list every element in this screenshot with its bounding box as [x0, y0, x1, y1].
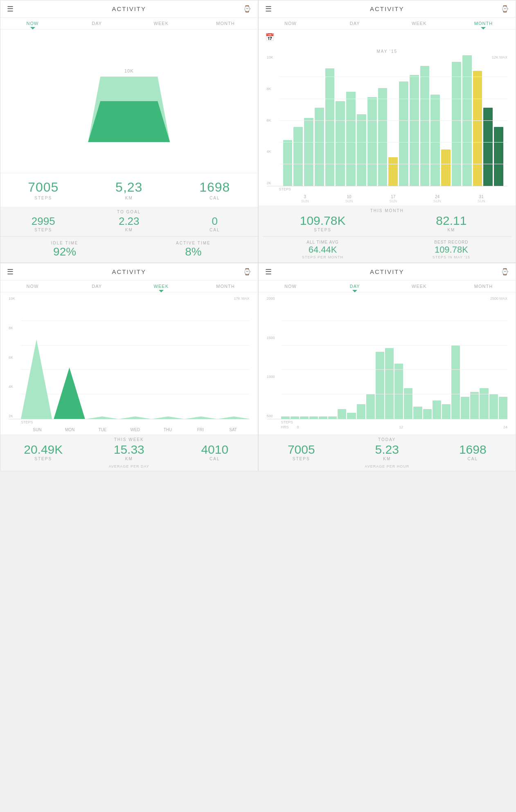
month-bar-4	[315, 108, 324, 186]
tab-day[interactable]: DAY	[65, 18, 129, 29]
menu-icon[interactable]: ☰	[7, 5, 14, 14]
now-stat-steps: 7005 STEPS	[0, 180, 86, 200]
week-steps-value: 20.49K	[0, 443, 86, 457]
idle-time-item: IDLE TIME 92%	[0, 241, 129, 258]
month-bars	[271, 55, 504, 186]
best-record-label: BEST RECORD	[387, 240, 516, 244]
week-tabs: NOW DAY WEEK MONTH	[0, 280, 258, 292]
month-x-17: 17 SUN	[371, 195, 415, 203]
now-steps-value: 7005	[0, 180, 86, 195]
day-tab-day[interactable]: DAY	[323, 280, 387, 292]
now-chart-area: 10K	[0, 29, 258, 173]
now-stat-cal: 1698 CAL	[172, 180, 258, 200]
day-bar-22	[489, 394, 498, 419]
week-sat-bar	[218, 416, 249, 419]
day-bar-12	[394, 364, 403, 419]
day-chart: 500 1000 1500 2000	[267, 296, 508, 419]
month-tab-week[interactable]: WEEK	[387, 18, 451, 29]
month-stats-header: THIS MONTH	[259, 206, 516, 214]
week-x-wed: WED	[119, 427, 151, 432]
week-stat-steps: 20.49K STEPS	[0, 443, 86, 461]
month-bar-13	[410, 75, 419, 186]
week-bar-mon	[54, 296, 85, 419]
idle-time-label: IDLE TIME	[0, 241, 129, 245]
week-tab-month[interactable]: MONTH	[193, 280, 257, 292]
now-tabs: NOW DAY WEEK MONTH	[0, 18, 258, 29]
week-y-8k: 8K	[9, 326, 15, 330]
day-tab-month[interactable]: MONTH	[451, 280, 516, 292]
day-y-1000: 1000	[267, 375, 275, 379]
tab-month[interactable]: MONTH	[193, 18, 257, 29]
day-bars	[267, 296, 508, 419]
month-bar-14	[420, 66, 430, 186]
week-sun-bar	[21, 339, 52, 419]
day-device-icon[interactable]: ⌚	[501, 268, 509, 276]
week-x-thu: THU	[151, 427, 184, 432]
week-bar-wed	[119, 296, 151, 419]
goal-steps-label: STEPS	[0, 228, 86, 232]
tab-week[interactable]: WEEK	[129, 18, 193, 29]
week-km-value: 15.33	[86, 443, 172, 457]
day-bar-5	[328, 416, 337, 419]
month-device-icon[interactable]: ⌚	[501, 5, 509, 13]
month-title: ACTIVITY	[370, 5, 404, 12]
now-cal-label: CAL	[172, 196, 258, 200]
month-tab-now[interactable]: NOW	[259, 18, 323, 29]
day-steps-label: STEPS	[267, 420, 508, 424]
day-tabs: NOW DAY WEEK MONTH	[259, 280, 516, 292]
day-menu-icon[interactable]: ☰	[265, 267, 272, 276]
day-tab-week[interactable]: WEEK	[387, 280, 451, 292]
month-bar-8	[357, 114, 366, 186]
month-tab-day[interactable]: DAY	[323, 18, 387, 29]
week-x-sat: SAT	[217, 427, 250, 432]
month-bar-11	[388, 157, 398, 186]
month-y-4k: 4K	[267, 149, 273, 154]
month-bar-17	[452, 62, 461, 186]
goal-stat-steps: 2995 STEPS	[0, 215, 86, 232]
day-bar-13	[404, 388, 412, 419]
now-title: ACTIVITY	[112, 5, 146, 12]
day-stats-row: 7005 STEPS 5.23 KM 1698 CAL	[259, 443, 516, 464]
trapezoid-label: 10K	[124, 68, 134, 73]
month-x-24: 24 SUN	[415, 195, 460, 203]
week-bar-thu	[152, 296, 183, 419]
day-bar-18	[451, 346, 460, 419]
month-best-item: BEST RECORD 109.78K STEPS IN MAY '15	[387, 240, 516, 259]
month-x-labels: 3 SUN 10 SUN 17 SUN 24 SUN	[267, 193, 508, 203]
now-km-value: 5,23	[86, 180, 172, 195]
day-bar-6	[338, 409, 346, 419]
month-steps-label: STEPS	[259, 228, 387, 232]
week-fri-bar	[185, 416, 216, 419]
best-record-value: 109.78K	[387, 244, 516, 255]
day-x-24: 24	[503, 425, 507, 429]
alltime-avg-value: 64.44K	[259, 244, 387, 255]
now-trapezoid: 10K	[88, 68, 170, 142]
week-bars	[9, 296, 250, 419]
month-menu-icon[interactable]: ☰	[265, 5, 272, 14]
week-steps-label: STEPS	[9, 420, 250, 424]
month-alltime-row: ALL TIME AVG 64.44K STEPS PER MONTH BEST…	[259, 237, 516, 262]
day-km-value: 5.23	[344, 443, 430, 457]
month-x-10: 10 SUN	[327, 195, 371, 203]
tab-now[interactable]: NOW	[0, 18, 65, 29]
week-x-tue: TUE	[86, 427, 119, 432]
day-tab-now[interactable]: NOW	[259, 280, 323, 292]
week-tab-day[interactable]: DAY	[65, 280, 129, 292]
week-tab-now[interactable]: NOW	[0, 280, 65, 292]
week-x-sun: SUN	[21, 427, 54, 432]
calendar-icon[interactable]: 📅	[265, 33, 274, 41]
week-panel: ☰ ACTIVITY ⌚ NOW DAY WEEK MONTH 17K MAX	[0, 263, 258, 471]
month-stat-steps: 109.78K STEPS	[259, 214, 387, 232]
week-tab-week[interactable]: WEEK	[129, 280, 193, 292]
device-icon[interactable]: ⌚	[243, 5, 251, 13]
month-tab-month[interactable]: MONTH	[451, 18, 516, 29]
month-bar-7	[346, 92, 356, 186]
day-cal-label: CAL	[430, 457, 516, 461]
week-header: ☰ ACTIVITY ⌚	[0, 263, 258, 280]
day-avg-label: AVERAGE PER HOUR	[259, 464, 516, 471]
week-device-icon[interactable]: ⌚	[243, 268, 251, 276]
month-bar-16	[441, 149, 451, 186]
day-bar-19	[461, 397, 469, 419]
week-tue-bar	[87, 416, 118, 419]
week-menu-icon[interactable]: ☰	[7, 267, 14, 276]
